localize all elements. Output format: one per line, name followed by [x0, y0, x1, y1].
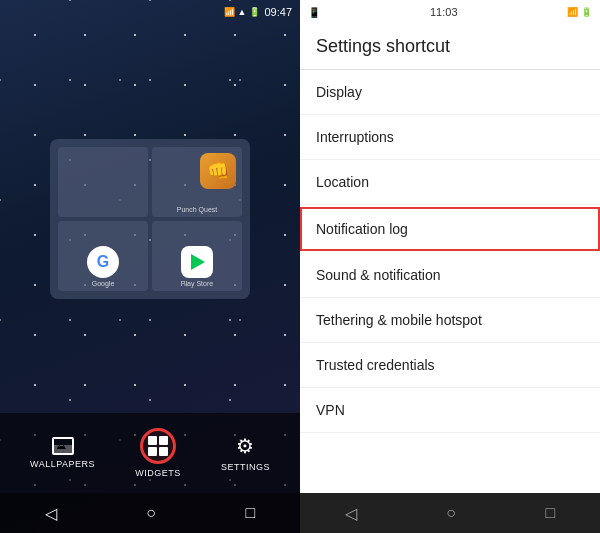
battery-icon: 📶 🔋 — [567, 7, 592, 17]
settings-item-vpn[interactable]: VPN — [300, 388, 600, 433]
recent-button-left[interactable]: □ — [246, 504, 256, 522]
widget-icon-tr — [159, 436, 168, 445]
signal-icons: 📱 — [308, 7, 320, 18]
google-g: G — [97, 253, 109, 271]
widget-grid: Punch Quest G Google Play Store — [50, 139, 250, 299]
sim-icon: 📶 — [224, 7, 235, 17]
time-right: 11:03 — [430, 6, 458, 18]
settings-gear-icon: ⚙ — [236, 434, 254, 458]
widget-icon-tl — [148, 436, 157, 445]
settings-action[interactable]: ⚙ SETTINGS — [221, 434, 270, 472]
status-bar-left: 📶 ▲ 🔋 09:47 — [0, 0, 300, 24]
home-button-left[interactable]: ○ — [146, 504, 156, 522]
settings-item-location[interactable]: Location — [300, 160, 600, 205]
wallpapers-icon — [52, 437, 74, 455]
trusted-credentials-label: Trusted credentials — [316, 357, 435, 373]
settings-list: Display Interruptions Location Notificat… — [300, 70, 600, 493]
widgets-label: WIDGETS — [135, 468, 181, 478]
settings-item-tethering[interactable]: Tethering & mobile hotspot — [300, 298, 600, 343]
right-panel: 📱 11:03 📶 🔋 Settings shortcut Display In… — [300, 0, 600, 533]
punch-quest-icon — [200, 153, 236, 189]
location-label: Location — [316, 174, 369, 190]
widgets-action-circle — [140, 428, 176, 464]
settings-item-interruptions[interactable]: Interruptions — [300, 115, 600, 160]
widget-cell-punch-quest: Punch Quest — [152, 147, 242, 217]
home-button-right[interactable]: ○ — [446, 504, 456, 522]
phone-icon: 📱 — [308, 7, 320, 18]
wallpapers-label: WALLPAPERS — [30, 459, 95, 469]
battery-icons: 📶 🔋 — [567, 7, 592, 17]
settings-item-trusted[interactable]: Trusted credentials — [300, 343, 600, 388]
tethering-label: Tethering & mobile hotspot — [316, 312, 482, 328]
nav-bar-right: ◁ ○ □ — [300, 493, 600, 533]
wifi-icon: 🔋 — [249, 7, 260, 17]
back-button-left[interactable]: ◁ — [45, 504, 57, 523]
interruptions-label: Interruptions — [316, 129, 394, 145]
sound-notification-label: Sound & notification — [316, 267, 441, 283]
time-left: 09:47 — [264, 6, 292, 18]
back-button-right[interactable]: ◁ — [345, 504, 357, 523]
play-triangle — [191, 254, 205, 270]
widget-cell-top-left — [58, 147, 148, 217]
play-store-icon — [181, 246, 213, 278]
settings-item-notification-log[interactable]: Notification log — [300, 207, 600, 251]
widget-icon-br — [159, 447, 168, 456]
widget-cell-play-store: Play Store — [152, 221, 242, 291]
play-store-label: Play Store — [181, 280, 213, 287]
settings-label: SETTINGS — [221, 462, 270, 472]
widgets-action[interactable]: WIDGETS — [135, 428, 181, 478]
notification-log-label: Notification log — [316, 221, 408, 237]
punch-quest-label: Punch Quest — [177, 206, 217, 213]
settings-item-sound[interactable]: Sound & notification — [300, 253, 600, 298]
widget-cell-google: G Google — [58, 221, 148, 291]
status-bar-right: 📱 11:03 📶 🔋 — [300, 0, 600, 24]
wallpapers-action[interactable]: WALLPAPERS — [30, 437, 95, 469]
settings-item-display[interactable]: Display — [300, 70, 600, 115]
display-label: Display — [316, 84, 362, 100]
recent-button-right[interactable]: □ — [546, 504, 556, 522]
nav-bar-left: ◁ ○ □ — [0, 493, 300, 533]
bottom-bar-left: WALLPAPERS WIDGETS ⚙ SETTINGS — [0, 413, 300, 493]
widgets-icon — [148, 436, 168, 456]
right-header: Settings shortcut — [300, 24, 600, 70]
signal-icon: ▲ — [238, 7, 247, 17]
left-panel: 📶 ▲ 🔋 09:47 Punch Quest G Google — [0, 0, 300, 533]
widget-area: Punch Quest G Google Play Store — [0, 24, 300, 413]
settings-shortcut-title: Settings shortcut — [316, 36, 450, 56]
google-icon: G — [87, 246, 119, 278]
status-icons-left: 📶 ▲ 🔋 — [224, 7, 261, 17]
widget-icon-bl — [148, 447, 157, 456]
google-label: Google — [92, 280, 115, 287]
vpn-label: VPN — [316, 402, 345, 418]
